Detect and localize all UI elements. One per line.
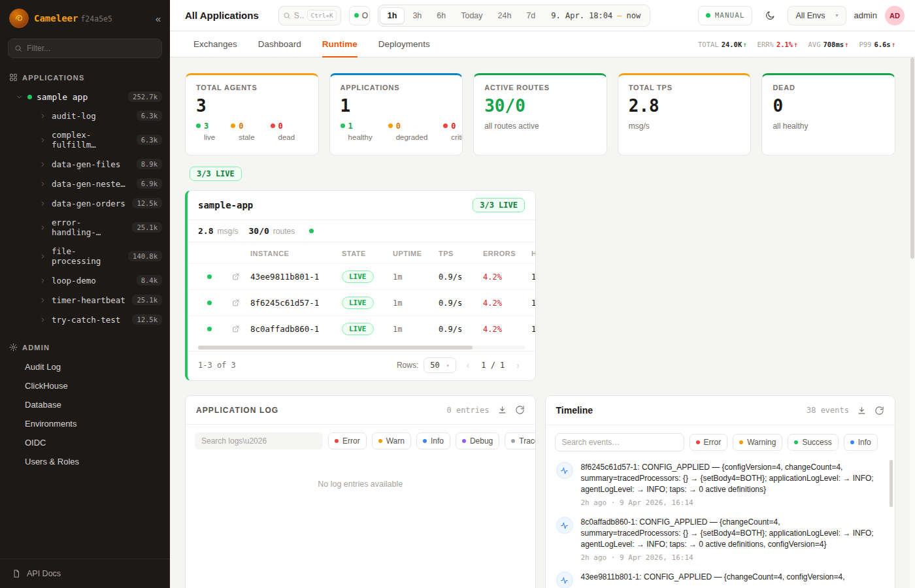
- instance-status-dot: [207, 274, 212, 279]
- time-range-6h[interactable]: 6h: [429, 8, 453, 24]
- row-range: 1-3 of 3: [198, 361, 236, 370]
- event-timestamp: 2h ago · 9 Apr 2026, 16:14: [581, 498, 880, 507]
- tab-exchanges[interactable]: Exchanges: [193, 31, 237, 57]
- admin-item-environments[interactable]: Environments: [0, 414, 170, 433]
- timeline-event[interactable]: 43ee9811b801-1: CONFIG_APPLIED — {change…: [556, 572, 886, 588]
- sidebar-item-try-catch-test[interactable]: try-catch-test12.5k: [0, 310, 170, 329]
- download-button[interactable]: [497, 405, 507, 415]
- timeline-event[interactable]: 8f6245c61d57-1: CONFIG_APPLIED — {config…: [556, 462, 886, 507]
- prev-page-button[interactable]: ‹: [461, 358, 475, 372]
- global-search[interactable]: Ctrl+K: [278, 6, 341, 25]
- time-range-3h[interactable]: 3h: [405, 8, 429, 24]
- log-filter-error[interactable]: Error: [328, 433, 367, 449]
- page-scrollbar[interactable]: [910, 57, 915, 588]
- timeline-filter-warning[interactable]: Warning: [733, 434, 782, 451]
- chevron-right-icon: [39, 277, 46, 284]
- live-status-badge: 3/3 LIVE: [190, 167, 242, 181]
- events-count: 38 events: [807, 406, 849, 415]
- stat-card-active-routes: ACTIVE ROUTES 30/0 all routes active: [473, 73, 607, 155]
- time-range-24h[interactable]: 24h: [491, 8, 519, 24]
- instance-id: 8c0affadb860-1: [250, 324, 342, 334]
- date-to[interactable]: now: [626, 11, 640, 20]
- app-card-header[interactable]: sample-app 3/3 LIVE: [188, 191, 535, 220]
- sidebar-item-error-handling[interactable]: error-handling-…25.1k: [0, 213, 170, 242]
- sidebar-item-data-gen-orders[interactable]: data-gen-orders12.5k: [0, 193, 170, 213]
- warning-dot: [739, 440, 743, 444]
- application-log-panel: APPLICATION LOG 0 entries Error Warn Inf…: [185, 395, 536, 588]
- scrollbar-thumb[interactable]: [910, 57, 914, 259]
- external-link-icon: [231, 299, 240, 307]
- open-instance-button[interactable]: [231, 325, 240, 333]
- refresh-button[interactable]: [515, 405, 525, 415]
- chevron-down-icon: ▾: [446, 363, 450, 368]
- timeline-scrollbar-thumb[interactable]: [890, 460, 893, 507]
- admin-item-users-roles[interactable]: Users & Roles: [0, 452, 170, 471]
- log-filter-debug[interactable]: Debug: [456, 433, 499, 449]
- sidebar-item-complex-fulfillment[interactable]: complex-fulfillm…6.3k: [0, 125, 170, 154]
- brand: Cameleerf24a5e5: [34, 12, 112, 24]
- sidebar-item-data-gen-nested[interactable]: data-gen-neste…6.9k: [0, 174, 170, 193]
- message-count-badge: 8.4k: [137, 275, 162, 286]
- scrollbar-thumb[interactable]: [198, 346, 473, 350]
- manual-refresh-button[interactable]: MANUAL: [698, 6, 753, 25]
- date-range[interactable]: 9. Apr. 18:04 — now: [543, 11, 648, 20]
- api-docs-link[interactable]: API Docs: [0, 559, 170, 588]
- timeline-filter-info[interactable]: Info: [844, 434, 878, 451]
- external-link-icon: [231, 272, 240, 281]
- sidebar-collapse-button[interactable]: «: [156, 14, 161, 24]
- tab-runtime[interactable]: Runtime: [322, 31, 358, 57]
- instance-row[interactable]: 43ee9811b801-1 LIVE 1m 0.9/s 4.2% 1: [188, 263, 535, 289]
- open-instance-button[interactable]: [231, 299, 240, 307]
- sidebar-item-loop-demo[interactable]: loop-demo8.4k: [0, 270, 170, 290]
- stat-card-applications: APPLICATIONS 1 1healthy 0degraded 0criti: [329, 73, 463, 155]
- download-button[interactable]: [857, 406, 867, 416]
- timeline-search-input[interactable]: [555, 433, 684, 451]
- rows-per-page-select[interactable]: 50 ▾: [424, 357, 456, 373]
- panel-title: APPLICATION LOG: [196, 406, 278, 415]
- message-count-badge: 25.1k: [132, 222, 162, 233]
- online-indicator[interactable]: O: [349, 6, 370, 25]
- message-count-badge: 6.3k: [137, 110, 162, 121]
- horizontal-scrollbar[interactable]: [198, 346, 525, 350]
- sidebar-item-timer-heartbeat[interactable]: timer-heartbeat25.1k: [0, 290, 170, 310]
- timeline-filter-success[interactable]: Success: [788, 434, 838, 451]
- environment-select[interactable]: All Envs ▾: [788, 6, 846, 25]
- time-range-7d[interactable]: 7d: [519, 8, 542, 24]
- log-filter-warn[interactable]: Warn: [372, 433, 411, 449]
- date-from[interactable]: 9. Apr. 18:04: [551, 11, 612, 20]
- refresh-button[interactable]: [874, 406, 884, 416]
- admin-item-audit-log[interactable]: Audit Log: [0, 357, 170, 376]
- timeline-filter-error[interactable]: Error: [690, 434, 728, 451]
- sidebar-item-sample-app[interactable]: sample app 252.7k: [0, 88, 170, 106]
- open-instance-button[interactable]: [231, 272, 240, 281]
- timeline-event[interactable]: 8c0affadb860-1: CONFIG_APPLIED — {change…: [556, 517, 886, 562]
- admin-item-oidc[interactable]: OIDC: [0, 433, 170, 452]
- log-search-input[interactable]: [195, 433, 323, 449]
- tab-deployments[interactable]: Deployments: [378, 31, 430, 57]
- admin-item-clickhouse[interactable]: ClickHouse: [0, 376, 170, 395]
- instance-row[interactable]: 8f6245c61d57-1 LIVE 1m 0.9/s 4.2% 1: [188, 289, 535, 316]
- sidebar-item-audit-log[interactable]: audit-log6.3k: [0, 106, 170, 125]
- stat-value: 1: [341, 96, 452, 116]
- app-card-sample-app: sample-app 3/3 LIVE 2.8 msg/s 30/0 route…: [185, 190, 536, 381]
- sidebar: Cameleerf24a5e5 « APPLICATIONS sample ap…: [0, 0, 170, 588]
- log-filter-trace[interactable]: Trace: [505, 433, 535, 449]
- next-page-button[interactable]: ›: [511, 358, 525, 372]
- tab-dashboard[interactable]: Dashboard: [258, 31, 301, 57]
- download-icon: [497, 405, 507, 415]
- sidebar-item-file-processing[interactable]: file-processing140.8k: [0, 242, 170, 270]
- event-timestamp: 2h ago · 9 Apr 2026, 16:14: [581, 553, 880, 562]
- avatar[interactable]: AD: [885, 6, 905, 25]
- instance-row[interactable]: 8c0affadb860-1 LIVE 1m 0.9/s 4.2% 1: [188, 316, 535, 342]
- admin-item-database[interactable]: Database: [0, 395, 170, 414]
- filter-input[interactable]: [27, 44, 156, 53]
- time-range-1h[interactable]: 1h: [380, 7, 405, 24]
- log-filter-info[interactable]: Info: [416, 433, 450, 449]
- time-range-today[interactable]: Today: [454, 8, 490, 24]
- dark-mode-toggle[interactable]: [760, 6, 780, 25]
- global-search-input[interactable]: [294, 11, 305, 20]
- sidebar-filter[interactable]: [8, 39, 162, 58]
- trace-dot: [511, 439, 515, 443]
- tabbar: Exchanges Dashboard Runtime Deployments …: [170, 31, 915, 57]
- sidebar-item-data-gen-files[interactable]: data-gen-files8.9k: [0, 154, 170, 174]
